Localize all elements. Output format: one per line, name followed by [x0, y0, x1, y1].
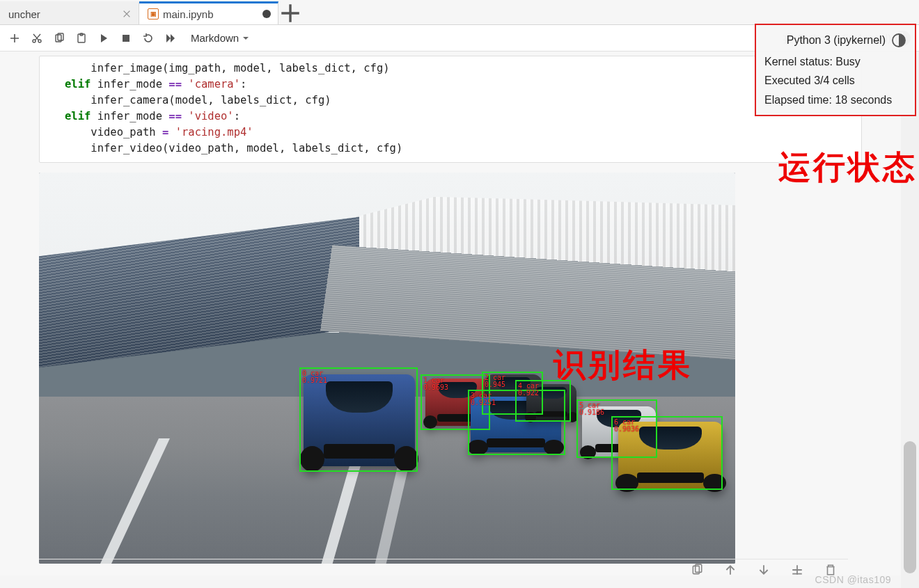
notebook-scroll-area[interactable]: infer_image(img_path, model, labels_dict…	[0, 51, 901, 575]
tab-label: uncher	[8, 8, 118, 20]
kernel-status-panel: Python 3 (ipykernel) Kernel status: Busy…	[755, 24, 916, 116]
tab-label: main.ipynb	[163, 8, 254, 20]
stop-button[interactable]	[116, 28, 136, 49]
cut-button[interactable]	[26, 28, 47, 49]
cell-type-select[interactable]: Markdown	[187, 29, 254, 47]
paste-button[interactable]	[71, 28, 92, 49]
kernel-name: Python 3 (ipykernel)	[787, 31, 886, 49]
detection-label: 6 car 0.9036	[614, 419, 639, 434]
code-keyword: elif	[65, 110, 91, 122]
code-op: =	[162, 126, 168, 138]
run-all-button[interactable]	[160, 28, 181, 49]
svg-rect-6	[123, 35, 129, 42]
code-text: :	[234, 110, 240, 122]
code-op: ==	[168, 78, 182, 90]
scrollbar-thumb[interactable]	[904, 441, 916, 573]
tab-launcher[interactable]: uncher	[0, 1, 139, 24]
insert-below-button[interactable]	[787, 559, 808, 575]
restart-button[interactable]	[138, 28, 159, 49]
detection-label: 5 car 0.9186	[579, 402, 604, 417]
tab-notebook[interactable]: ▣ main.ipynb	[139, 1, 278, 24]
watermark: CSDN @itas109	[815, 574, 891, 585]
code-text: infer_mode	[91, 110, 168, 122]
code-line: infer_camera(model, labels_dict, cfg)	[65, 94, 331, 106]
detection-label: 3 car 0.9251	[471, 392, 496, 407]
detection-label: 4 car 0.922	[518, 383, 539, 397]
svg-point-1	[38, 40, 41, 42]
code-string: 'camera'	[182, 78, 240, 90]
detection-box-6: 6 car 0.9036	[611, 416, 723, 490]
code-text: video_path	[65, 126, 162, 138]
code-keyword: elif	[65, 78, 91, 90]
delete-cell-button[interactable]	[820, 559, 841, 575]
move-up-button[interactable]	[720, 559, 741, 575]
code-text: infer_mode	[91, 78, 168, 90]
kernel-elapsed-text: Elapsed time: 18 seconds	[764, 90, 906, 109]
code-op: ==	[168, 110, 182, 122]
code-cell[interactable]: infer_image(img_path, model, labels_dict…	[39, 56, 862, 163]
close-icon[interactable]	[122, 9, 132, 19]
detection-label: 1 car 0.9693	[423, 377, 448, 392]
tab-bar: uncher ▣ main.ipynb	[0, 0, 919, 25]
dirty-indicator-icon	[262, 10, 271, 18]
vertical-scrollbar[interactable]	[901, 51, 919, 588]
chevron-down-icon	[242, 34, 250, 42]
code-string: 'racing.mp4'	[168, 126, 253, 138]
annotation-result: 识别结果	[553, 344, 693, 387]
kernel-status-text: Kernel status: Busy	[764, 52, 906, 71]
detection-box-4: 4 car 0.922	[515, 380, 571, 422]
code-text: :	[240, 78, 246, 90]
kernel-busy-icon	[892, 33, 906, 47]
detection-label: 0 car 0.9721	[302, 370, 327, 385]
svg-point-0	[33, 40, 36, 42]
insert-cell-button[interactable]	[4, 28, 25, 49]
annotation-status: 运行状态	[778, 146, 918, 189]
move-down-button[interactable]	[753, 559, 774, 575]
notebook-icon: ▣	[148, 8, 159, 19]
cell-type-label: Markdown	[191, 32, 239, 44]
code-string: 'video'	[182, 110, 234, 122]
code-line: infer_video(video_path, model, labels_di…	[65, 142, 402, 154]
detection-label: 2 car 0.945	[485, 374, 505, 389]
cell-action-bar	[39, 559, 848, 575]
detection-box-0: 0 car 0.9721	[299, 367, 418, 472]
run-button[interactable]	[93, 28, 114, 49]
kernel-executed-text: Executed 3/4 cells	[764, 71, 906, 90]
copy-button[interactable]	[49, 28, 70, 49]
new-tab-button[interactable]	[278, 1, 302, 24]
duplicate-cell-button[interactable]	[686, 559, 707, 575]
code-line: infer_image(img_path, model, labels_dict…	[65, 62, 390, 74]
